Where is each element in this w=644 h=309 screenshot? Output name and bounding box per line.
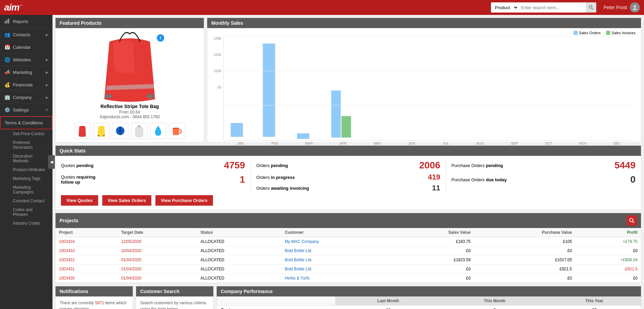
- topbar: aim™ Product Contact Quote Order Peter F…: [0, 0, 644, 15]
- project-status: ALLOCATED: [197, 255, 281, 265]
- project-status: ALLOCATED: [197, 246, 281, 255]
- table-row: 1003430 01/04/2020 ALLOCATED Herbs & Tur…: [56, 274, 641, 283]
- project-purchase-value: £0: [474, 274, 575, 283]
- project-profit: £0: [575, 274, 641, 283]
- sidebar-collapse-button[interactable]: ◀: [48, 155, 55, 169]
- orders-legend-dot: [574, 31, 578, 35]
- month-label-feb: FEB: [258, 142, 292, 145]
- y-label: £30k: [214, 37, 221, 40]
- user-avatar[interactable]: [630, 2, 640, 13]
- search-button[interactable]: [586, 2, 596, 13]
- col-target-date: Target Date: [118, 228, 197, 237]
- bottom-row: Notifications There are currently 5871 i…: [55, 286, 641, 309]
- sidebar-item-constant-contact[interactable]: Constant Contact: [0, 197, 52, 205]
- table-row: 1003433 10/04/2020 ALLOCATED Bold Bottle…: [56, 246, 641, 255]
- stat-value-po-pending: 5449: [615, 160, 636, 171]
- info-badge[interactable]: i: [157, 34, 164, 42]
- svg-rect-6: [105, 94, 111, 98]
- projects-table-body: 1003434 12/05/2020 ALLOCATED My MAC Comp…: [56, 237, 641, 283]
- project-id[interactable]: 1003432: [56, 255, 118, 265]
- sidebar-item-company[interactable]: 🏢 Company ▶: [0, 91, 52, 104]
- sidebar-item-industry-codes[interactable]: Industry Codes: [0, 219, 52, 228]
- project-id[interactable]: 1003430: [56, 274, 118, 283]
- customer-search-header: Customer Search: [136, 286, 213, 296]
- project-customer[interactable]: My MAC Company: [281, 237, 394, 246]
- sidebar-item-settings[interactable]: ⚙️ Settings ▼: [0, 104, 52, 116]
- thumb-blue-reel[interactable]: [112, 123, 128, 139]
- sidebar-item-preferred-decorators[interactable]: Preferred Decorators: [0, 138, 52, 152]
- svg-line-24: [633, 222, 635, 223]
- sidebar-item-label: Terms & Conditions: [5, 120, 48, 125]
- project-profit: +£78.75: [575, 237, 641, 246]
- month-label-jun: JUN: [394, 142, 429, 145]
- x-axis: JAN FEB MAR APR MAY JUN JUL AUG SEP OCT: [223, 141, 634, 145]
- search-input[interactable]: [518, 2, 586, 13]
- thumb-blue-droplet[interactable]: [150, 123, 166, 139]
- thumb-yellow-bag[interactable]: [93, 123, 109, 139]
- stat-label: Purchase Orders pending: [451, 163, 503, 168]
- project-status: ALLOCATED: [197, 274, 281, 283]
- view-sales-orders-button[interactable]: View Sales Orders: [102, 195, 151, 206]
- chevron-icon: ▶: [46, 83, 48, 87]
- project-sales-value: £1823.59: [394, 255, 474, 265]
- perf-row-this-month: 0: [442, 306, 548, 309]
- svg-rect-4: [6, 20, 7, 23]
- projects-header: Projects: [56, 213, 641, 228]
- projects-search-button[interactable]: [627, 215, 637, 226]
- project-id[interactable]: 1003434: [56, 237, 118, 246]
- stats-divider-1: [251, 160, 251, 192]
- thumb-red-bag[interactable]: [74, 123, 90, 139]
- stat-label: Quotes pending: [61, 163, 93, 168]
- project-customer[interactable]: Bold Bottle Ltd.: [281, 255, 394, 265]
- sidebar-item-product-attributes[interactable]: Product Attributes: [0, 165, 52, 174]
- stat-value-quotes-followup: 1: [240, 174, 245, 185]
- svg-rect-18: [231, 123, 243, 137]
- top-row: Featured Products: [55, 18, 641, 143]
- quotes-stats: Quotes pending 4759 Quotes requiringfoll…: [61, 160, 245, 192]
- notifications-text: There are currently 5871 items which req…: [60, 300, 129, 309]
- sidebar-item-terms[interactable]: Terms & Conditions: [0, 116, 52, 129]
- notifications-content: There are currently 5871 items which req…: [56, 296, 133, 309]
- sidebar-item-financials[interactable]: 💰 Financials ▶: [0, 79, 52, 91]
- stat-orders-progress: Orders in progress 419: [256, 173, 441, 182]
- svg-point-0: [589, 6, 592, 8]
- user-name: Peter Frost: [604, 5, 627, 10]
- grid-line-20k: [224, 71, 634, 71]
- chevron-icon: ▶: [46, 70, 48, 74]
- sidebar-item-decoration-methods[interactable]: Decoration Methods: [0, 152, 52, 165]
- user-area: Peter Frost: [604, 2, 640, 13]
- sidebar-item-contacts[interactable]: 👥 Contacts ▶: [0, 28, 52, 41]
- sidebar-item-codes-phrases[interactable]: Codes and Phrases: [0, 205, 52, 219]
- project-sales-value: £183.75: [394, 237, 474, 246]
- project-customer[interactable]: Herbs & Turfs: [281, 274, 394, 283]
- chevron-icon: ▶: [46, 58, 48, 62]
- featured-products-header: Featured Products: [56, 18, 204, 28]
- project-id[interactable]: 1003431: [56, 265, 118, 274]
- project-id[interactable]: 1003433: [56, 246, 118, 255]
- sidebar-item-marketing-tags[interactable]: Marketing Tags: [0, 174, 52, 183]
- svg-rect-8: [79, 135, 80, 137]
- project-customer[interactable]: Bold Bottle Ltd.: [281, 246, 394, 255]
- sidebar-item-websites[interactable]: 🌐 Websites ▶: [0, 54, 52, 66]
- orders-legend-label: Sales Orders: [579, 31, 601, 35]
- calendar-icon: 📅: [4, 44, 10, 50]
- svg-point-2: [634, 5, 636, 8]
- thumb-orange-mug[interactable]: [169, 123, 185, 139]
- view-purchase-orders-button[interactable]: View Purchase Orders: [155, 195, 213, 206]
- search-category-select[interactable]: Product Contact Quote Order: [491, 2, 518, 13]
- featured-products-panel: Featured Products: [55, 18, 204, 143]
- project-customer[interactable]: Bold Bottle Ltd.: [281, 265, 394, 274]
- sidebar-item-calendar[interactable]: 📅 Calendar: [0, 41, 52, 54]
- view-quotes-button[interactable]: View Quotes: [61, 195, 98, 206]
- sidebar-item-marketing[interactable]: 📣 Marketing ▶: [0, 66, 52, 79]
- sidebar-item-reports[interactable]: Reports: [0, 15, 52, 28]
- chevron-icon: ▶: [46, 96, 48, 99]
- reports-icon: [4, 18, 10, 25]
- search-icon: [629, 218, 635, 223]
- thumb-white-bottle[interactable]: [131, 123, 147, 139]
- svg-rect-15: [138, 125, 141, 127]
- sidebar-item-sell-price[interactable]: Sell Price Control: [0, 129, 52, 138]
- sidebar-item-marketing-campaigns[interactable]: Marketing Campaigns: [0, 183, 52, 197]
- y-axis: £30k £20k £10k £0: [214, 37, 223, 89]
- project-purchase-value: £0: [474, 246, 575, 255]
